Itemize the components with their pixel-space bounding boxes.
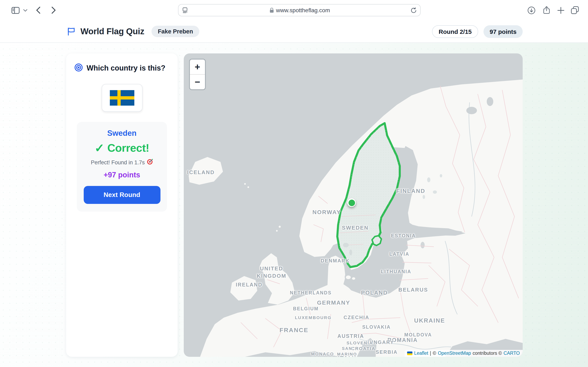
downloads-button[interactable] xyxy=(526,0,536,20)
page-header: World Flag Quiz Fake Preben Round 2/15 9… xyxy=(0,20,588,43)
map-attribution: Leaflet | © OpenStreetMap contributors ©… xyxy=(405,350,523,357)
new-tab-button[interactable] xyxy=(555,0,566,20)
url-bar[interactable]: www.spottheflag.com xyxy=(178,4,421,16)
attribution-separator: | xyxy=(430,351,431,356)
refresh-icon[interactable] xyxy=(411,7,416,13)
contributors-text: contributors © xyxy=(473,351,502,356)
browser-toolbar: www.spottheflag.com xyxy=(0,0,588,21)
sidebar-toggle-button[interactable] xyxy=(10,0,21,20)
question-text: Which country is this? xyxy=(86,64,165,73)
sidebar-chevron-down-icon[interactable] xyxy=(22,0,29,20)
ukraine-flag-icon xyxy=(407,351,412,355)
answer-country: Sweden xyxy=(82,129,162,138)
app-window: www.spottheflag.com xyxy=(0,0,588,367)
points-awarded: +97 points xyxy=(82,171,162,179)
result-detail: Perfect! Found in 1.7s xyxy=(91,159,145,165)
copyright-symbol: © xyxy=(433,351,436,356)
share-button[interactable] xyxy=(541,0,552,20)
check-icon: ✓ xyxy=(95,142,104,154)
player-badge: Fake Preben xyxy=(152,26,199,37)
tab-overview-button[interactable] xyxy=(569,0,581,20)
lock-icon xyxy=(269,8,274,13)
map-zoom-control: + − xyxy=(189,59,206,90)
sweden-flag-image xyxy=(110,90,134,106)
map-container[interactable]: ICELANDNORWAYSWEDENFINLANDESTONIALATVIAL… xyxy=(184,53,523,357)
leaflet-link[interactable]: Leaflet xyxy=(414,351,428,356)
guess-marker xyxy=(347,198,356,207)
reader-view-icon[interactable] xyxy=(182,7,189,13)
dart-target-icon xyxy=(147,159,153,166)
points-indicator: 97 points xyxy=(484,25,523,38)
back-button[interactable] xyxy=(33,0,43,20)
osm-link[interactable]: OpenStreetMap xyxy=(438,351,471,356)
flag-logo-icon xyxy=(67,26,76,36)
url-text: www.spottheflag.com xyxy=(276,7,330,13)
carto-link[interactable]: CARTO xyxy=(503,351,520,356)
forward-button[interactable] xyxy=(48,0,59,20)
correct-label: Correct! xyxy=(107,142,149,155)
result-card: Sweden ✓ Correct! Perfect! Found in 1.7s… xyxy=(77,122,167,212)
gotland-outline xyxy=(372,236,381,245)
target-icon xyxy=(74,63,83,73)
round-indicator: Round 2/15 xyxy=(432,25,478,38)
zoom-out-button[interactable]: − xyxy=(190,74,205,89)
page-title: World Flag Quiz xyxy=(80,26,144,36)
zoom-in-button[interactable]: + xyxy=(190,59,205,74)
flag-card xyxy=(102,84,142,112)
next-round-button[interactable]: Next Round xyxy=(84,186,160,204)
quiz-panel: Which country is this? Sweden ✓ Correct!… xyxy=(66,53,178,357)
